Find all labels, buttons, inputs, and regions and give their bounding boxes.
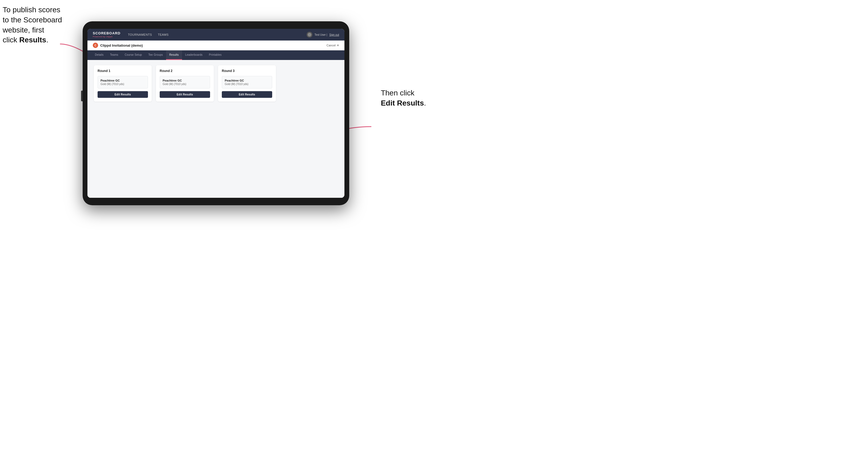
round-2-course-card: Peachtree GC Gold (M) (7010 yds) bbox=[160, 76, 210, 89]
round-3-title: Round 3 bbox=[222, 69, 272, 73]
round-3-course-name: Peachtree GC bbox=[225, 79, 269, 82]
tab-printables[interactable]: Printables bbox=[206, 51, 225, 60]
user-icon bbox=[307, 32, 312, 38]
edit-results-round-2-button[interactable]: Edit Results bbox=[160, 91, 210, 98]
round-1-course-name: Peachtree GC bbox=[100, 79, 145, 82]
brand-subtitle: Powered by clippd bbox=[93, 35, 121, 38]
round-3-card: Round 3 Peachtree GC Gold (M) (7010 yds)… bbox=[218, 65, 276, 101]
nav-right: Test User | Sign out bbox=[307, 32, 339, 38]
round-2-course-name: Peachtree GC bbox=[163, 79, 207, 82]
tab-details[interactable]: Details bbox=[92, 51, 107, 60]
tournament-header: C Clippd Invitational (demo) Cancel ✕ bbox=[87, 40, 344, 51]
rounds-grid: Round 1 Peachtree GC Gold (M) (7010 yds)… bbox=[94, 65, 338, 101]
nav-teams[interactable]: TEAMS bbox=[158, 33, 168, 36]
sign-out-link[interactable]: Sign out bbox=[329, 33, 339, 36]
edit-results-round-3-button[interactable]: Edit Results bbox=[222, 91, 272, 98]
tablet-shell: SCOREBOARD Powered by clippd TOURNAMENTS… bbox=[83, 21, 349, 205]
tournament-logo: C bbox=[93, 43, 98, 48]
cancel-button[interactable]: Cancel ✕ bbox=[327, 44, 339, 47]
brand-logo: SCOREBOARD Powered by clippd bbox=[93, 31, 121, 38]
tournament-name: Clippd Invitational (demo) bbox=[100, 43, 143, 48]
round-3-course-card: Peachtree GC Gold (M) (7010 yds) bbox=[222, 76, 272, 89]
nav-links: TOURNAMENTS TEAMS bbox=[128, 33, 307, 36]
tablet-side-button bbox=[81, 91, 83, 101]
tab-results[interactable]: Results bbox=[166, 51, 182, 60]
user-avatar bbox=[308, 33, 311, 36]
round-2-card: Round 2 Peachtree GC Gold (M) (7010 yds)… bbox=[156, 65, 214, 101]
tab-teams[interactable]: Teams bbox=[107, 51, 122, 60]
round-1-card: Round 1 Peachtree GC Gold (M) (7010 yds)… bbox=[94, 65, 152, 101]
empty-column bbox=[280, 65, 338, 101]
close-icon: ✕ bbox=[337, 44, 339, 47]
round-1-course-details: Gold (M) (7010 yds) bbox=[100, 83, 145, 86]
tab-tee-groups[interactable]: Tee Groups bbox=[145, 51, 166, 60]
round-2-course-details: Gold (M) (7010 yds) bbox=[163, 83, 207, 86]
nav-tournaments[interactable]: TOURNAMENTS bbox=[128, 33, 152, 36]
round-1-title: Round 1 bbox=[98, 69, 148, 73]
top-nav: SCOREBOARD Powered by clippd TOURNAMENTS… bbox=[87, 29, 344, 40]
brand-title: SCOREBOARD bbox=[93, 31, 121, 35]
round-1-course-card: Peachtree GC Gold (M) (7010 yds) bbox=[98, 76, 148, 89]
main-content: Round 1 Peachtree GC Gold (M) (7010 yds)… bbox=[87, 60, 344, 198]
tournament-title: C Clippd Invitational (demo) bbox=[93, 43, 143, 48]
tab-bar: Details Teams Course Setup Tee Groups Re… bbox=[87, 51, 344, 60]
round-3-course-details: Gold (M) (7010 yds) bbox=[225, 83, 269, 86]
instruction-right: Then click Edit Results. bbox=[381, 88, 426, 108]
screen: SCOREBOARD Powered by clippd TOURNAMENTS… bbox=[87, 29, 344, 198]
tab-course-setup[interactable]: Course Setup bbox=[122, 51, 145, 60]
round-2-title: Round 2 bbox=[160, 69, 210, 73]
edit-results-round-1-button[interactable]: Edit Results bbox=[98, 91, 148, 98]
instruction-left: To publish scores to the Scoreboard webs… bbox=[3, 5, 62, 45]
user-text: Test User | bbox=[315, 33, 328, 36]
tab-leaderboards[interactable]: Leaderboards bbox=[182, 51, 206, 60]
